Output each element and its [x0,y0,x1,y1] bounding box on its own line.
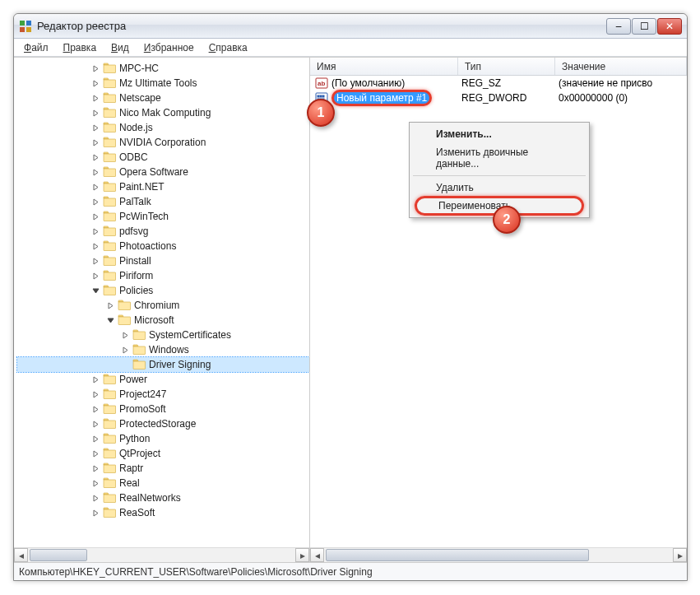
expand-icon[interactable] [91,138,100,147]
tree-item[interactable]: Policies [17,283,309,298]
expand-icon[interactable] [91,449,100,458]
context-menu-item[interactable]: Удалить [411,179,587,197]
tree-item[interactable]: NVIDIA Corporation [17,135,309,150]
expand-icon[interactable] [91,390,100,399]
tree-item[interactable]: Piriform [17,268,309,283]
menu-separator [413,175,586,176]
scroll-right-arrow-icon[interactable]: ▸ [673,548,687,562]
tree-item[interactable]: Microsoft [17,313,309,328]
tree-horizontal-scrollbar[interactable]: ◂ ▸ [14,547,309,562]
menu-правка[interactable]: Правка [57,40,104,55]
context-menu-item[interactable]: Изменить... [411,125,587,143]
menu-избранное[interactable]: Избранное [137,40,201,55]
value-row[interactable]: Новый параметр #1REG_DWORD0x00000000 (0) [310,91,687,105]
expand-icon[interactable] [91,227,100,236]
expand-icon[interactable] [121,346,130,355]
tree-item[interactable]: Nico Mak Computing [17,105,309,120]
column-header-value[interactable]: Значение [555,58,687,75]
value-row[interactable]: ab(По умолчанию)REG_SZ(значение не присв… [310,76,687,91]
tree-item[interactable]: Real [17,476,309,490]
values-horizontal-scrollbar[interactable]: ◂ ▸ [310,547,687,562]
menu-справка[interactable]: Справка [202,40,254,55]
tree-item[interactable]: ProtectedStorage [17,416,309,431]
string-value-icon: ab [315,77,328,90]
tree-item[interactable]: Netscape [17,91,309,105]
expand-icon[interactable] [91,242,100,251]
tree-item[interactable]: RealNetworks [17,490,309,505]
tree-item-label: Node.js [119,120,153,135]
value-name-editing[interactable]: Новый параметр #1 [331,90,432,106]
registry-tree[interactable]: MPC-HCMz Ultimate ToolsNetscapeNico Mak … [14,58,309,547]
tree-item[interactable]: ODBC [17,150,309,165]
expand-icon[interactable] [91,198,100,207]
expand-icon[interactable] [91,375,100,384]
expand-icon[interactable] [91,79,100,88]
expand-icon[interactable] [91,212,100,221]
tree-item[interactable]: Python [17,431,309,446]
tree-item[interactable]: ReaSoft [17,505,309,520]
tree-item[interactable]: Pinstall [17,253,309,268]
tree-item[interactable]: Opera Software [17,165,309,179]
titlebar: Редактор реестра – ☐ ✕ [14,14,687,39]
tree-item-label: Microsoft [134,313,174,328]
expand-icon[interactable] [91,123,100,132]
values-list[interactable]: ab(По умолчанию)REG_SZ(значение не присв… [310,76,687,547]
expand-icon[interactable] [91,257,100,266]
scroll-left-arrow-icon[interactable]: ◂ [310,548,324,562]
expand-icon[interactable] [91,435,100,444]
close-button[interactable]: ✕ [657,18,682,35]
folder-icon [103,448,116,459]
expand-icon[interactable] [91,168,100,177]
tree-item[interactable]: Driver Signing [17,357,309,372]
tree-item[interactable]: QtProject [17,446,309,461]
expand-icon[interactable] [91,64,100,73]
tree-item[interactable]: Project247 [17,387,309,402]
tree-item[interactable]: Windows [17,342,309,357]
minimize-button[interactable]: – [606,18,631,35]
tree-item[interactable]: Node.js [17,120,309,135]
tree-item[interactable]: Photoactions [17,239,309,253]
tree-item[interactable]: SystemCertificates [17,328,309,342]
scroll-track[interactable] [324,548,673,562]
tree-item[interactable]: Chromium [17,298,309,313]
scroll-track[interactable] [28,548,295,562]
maximize-button[interactable]: ☐ [632,18,656,35]
expand-icon[interactable] [91,109,100,118]
expand-icon[interactable] [91,509,100,518]
tree-item[interactable]: Raptr [17,461,309,476]
scroll-thumb[interactable] [30,549,87,561]
scroll-thumb[interactable] [326,549,589,561]
context-menu: Изменить...Изменить двоичные данные...Уд… [409,122,590,218]
expand-icon[interactable] [91,153,100,162]
tree-item[interactable]: PcWinTech [17,209,309,224]
folder-icon [103,477,116,489]
tree-item[interactable]: Power [17,372,309,387]
menu-файл[interactable]: Файл [17,40,55,55]
collapse-icon[interactable] [106,316,115,325]
tree-item[interactable]: MPC-HC [17,61,309,76]
column-header-name[interactable]: Имя [310,58,458,75]
tree-item[interactable]: PalTalk [17,194,309,209]
tree-item[interactable]: Paint.NET [17,179,309,194]
folder-icon [103,240,116,252]
context-menu-item[interactable]: Изменить двоичные данные... [411,143,587,173]
tree-item[interactable]: pdfsvg [17,224,309,239]
tree-item[interactable]: PromoSoft [17,402,309,416]
column-header-type[interactable]: Тип [458,58,555,75]
tree-item-label: ProtectedStorage [119,416,196,431]
expand-icon[interactable] [91,420,100,429]
expand-icon[interactable] [91,494,100,503]
expand-icon[interactable] [91,272,100,281]
scroll-right-arrow-icon[interactable]: ▸ [295,548,309,562]
expand-icon[interactable] [91,94,100,103]
tree-item[interactable]: Mz Ultimate Tools [17,76,309,91]
collapse-icon[interactable] [91,286,100,295]
expand-icon[interactable] [91,479,100,488]
scroll-left-arrow-icon[interactable]: ◂ [14,548,28,562]
menu-вид[interactable]: Вид [104,40,136,55]
expand-icon[interactable] [91,464,100,473]
expand-icon[interactable] [91,183,100,192]
expand-icon[interactable] [91,405,100,414]
expand-icon[interactable] [121,331,130,340]
expand-icon[interactable] [106,301,115,310]
